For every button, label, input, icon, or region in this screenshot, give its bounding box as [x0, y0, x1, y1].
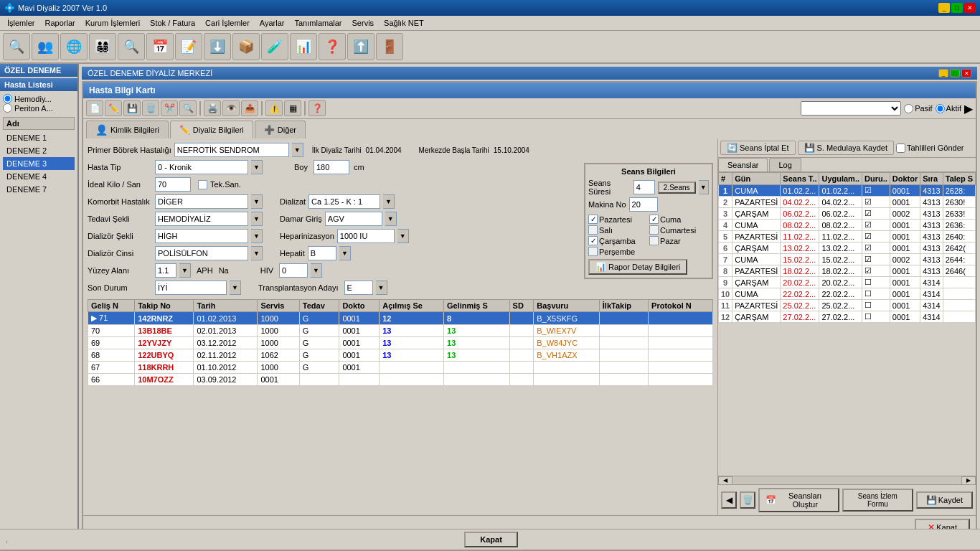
pt-search[interactable]: 🔍 — [179, 100, 197, 116]
damar-input[interactable] — [325, 212, 382, 226]
toolbar-btn-1[interactable]: 🔍 — [3, 33, 30, 60]
patient-deneme1[interactable]: DENEME 1 — [3, 131, 75, 144]
patient-deneme2[interactable]: DENEME 2 — [3, 144, 75, 157]
day-carsamba-checkbox[interactable]: ✓ — [588, 236, 598, 245]
seans-suresi-input[interactable] — [633, 180, 655, 194]
kaydet-btn[interactable]: 💾 Kaydet — [916, 491, 973, 509]
menu-servis[interactable]: Servis — [348, 17, 379, 29]
transplant-input[interactable] — [344, 281, 373, 295]
makina-no-input[interactable] — [629, 197, 658, 212]
tedavi-dropdown[interactable]: ▼ — [251, 212, 263, 226]
toolbar-btn-10[interactable]: 🧪 — [261, 33, 288, 60]
seans-izlem-formu-btn[interactable]: Seans İzlem Formu — [842, 489, 913, 512]
day-pazar[interactable]: Pazar — [649, 236, 709, 245]
radio-periton[interactable]: Periton A... — [3, 103, 75, 113]
maximize-button[interactable]: □ — [951, 3, 963, 13]
pt-edit[interactable]: ✏️ — [105, 100, 122, 116]
seans-tab-log[interactable]: Log — [769, 158, 801, 171]
menu-cari[interactable]: Cari İşlemler — [201, 17, 254, 29]
dializat-dropdown[interactable]: ▼ — [383, 194, 395, 209]
pt-cut[interactable]: ✂️ — [161, 100, 178, 116]
tab-diyaliz[interactable]: ✏️ Diyaliz Bilgileri — [170, 121, 253, 138]
day-sali[interactable]: Salı — [588, 225, 648, 235]
dializat-input[interactable] — [308, 194, 380, 209]
nav-back-btn[interactable]: ◀ — [721, 491, 737, 509]
hasta-tip-dropdown[interactable]: ▼ — [251, 160, 263, 174]
inner-minimize[interactable]: _ — [938, 69, 948, 77]
seans-table-row[interactable]: 1 CUMA 01.02.2... 01.02.2... ☑ 0001 4313… — [719, 185, 976, 197]
dializor-cinsi-input[interactable] — [155, 246, 248, 260]
pt-save[interactable]: 💾 — [123, 100, 141, 116]
pt-print[interactable]: 🖨️ — [204, 100, 221, 116]
kapat-patient-btn[interactable]: ✕ Kapat — [915, 519, 970, 529]
boy-input[interactable] — [314, 160, 349, 174]
table-row[interactable]: 69 12YVJZY 03.12.2012 1000 G 0001 13 13 … — [88, 337, 713, 349]
toolbar-btn-9[interactable]: 📦 — [232, 33, 260, 60]
menu-ayarlar[interactable]: Ayarlar — [255, 17, 289, 29]
toolbar-btn-6[interactable]: 📅 — [146, 33, 174, 60]
son-durum-input[interactable] — [155, 281, 227, 295]
menu-kurum[interactable]: Kurum İşlemleri — [81, 17, 144, 29]
day-pazar-checkbox[interactable] — [649, 236, 659, 245]
seans-table-row[interactable]: 4 CUMA 08.02.2... 08.02.2... ☑ 0001 4313… — [719, 220, 976, 231]
day-carsamba[interactable]: ✓ Çarşamba — [588, 236, 648, 245]
seans-table-row[interactable]: 2 PAZARTESİ 04.02.2... 04.02.2... ☑ 0001… — [719, 197, 976, 208]
day-cuma-checkbox[interactable]: ✓ — [649, 215, 659, 224]
table-row[interactable]: 67 118KRRH 01.10.2012 1000 G 0001 — [88, 362, 713, 374]
inner-maximize[interactable]: □ — [950, 69, 960, 77]
ikinci-seans-btn[interactable]: 2.Seans — [658, 182, 696, 194]
dializor-sekli-dropdown[interactable]: ▼ — [251, 229, 263, 243]
seans-scrollbar[interactable]: ◀ ▶ — [718, 476, 976, 484]
dializor-sekli-input[interactable] — [155, 229, 248, 243]
table-row[interactable]: ▶ 71 142RNRZ 01.02.2013 1000 G 0001 12 8… — [88, 312, 713, 325]
hepatit-dropdown[interactable]: ▼ — [339, 246, 351, 260]
app-close-btn[interactable]: Kapat — [464, 532, 518, 547]
seans-table-row[interactable]: 3 ÇARŞAM 06.02.2... 06.02.2... ☑ 0002 43… — [719, 208, 976, 220]
toolbar-btn-11[interactable]: 📊 — [290, 33, 317, 60]
dializor-cinsi-dropdown[interactable]: ▼ — [251, 246, 263, 260]
hiv-input[interactable] — [279, 263, 308, 278]
seans-table-row[interactable]: 6 ÇARŞAM 13.02.2... 13.02.2... ☑ 0001 43… — [719, 242, 976, 254]
inner-close[interactable]: ✕ — [961, 69, 971, 77]
seans-table-row[interactable]: 10 CUMA 22.02.2... 22.02.2... ☐ 0001 431… — [719, 288, 976, 300]
seans-table-row[interactable]: 7 CUMA 15.02.2... 15.02.2... ☑ 0002 4313… — [719, 254, 976, 265]
komorbit-input[interactable] — [155, 194, 248, 209]
tab-diger[interactable]: ➕ Diğer — [255, 121, 306, 138]
pt-grid[interactable]: ▦ — [284, 100, 301, 116]
seans-iptal-btn[interactable]: 🔄 Seans İptal Et — [720, 141, 796, 155]
close-button[interactable]: ✕ — [964, 3, 976, 13]
toolbar-btn-12[interactable]: ❓ — [319, 33, 346, 60]
tedavi-input[interactable] — [155, 212, 248, 226]
medulaya-kaydet-btn[interactable]: 💾 S. Medulaya Kaydet — [798, 141, 894, 155]
minimize-button[interactable]: _ — [938, 3, 950, 13]
day-cumartesi-checkbox[interactable] — [649, 225, 659, 235]
pt-delete[interactable]: 🗑️ — [142, 100, 159, 116]
toolbar-btn-2[interactable]: 👥 — [32, 33, 59, 60]
day-sali-checkbox[interactable] — [588, 225, 598, 235]
menu-islemler[interactable]: İşlemler — [3, 17, 39, 29]
patient-deneme4[interactable]: DENEME 4 — [3, 170, 75, 183]
heparinizasyon-input[interactable] — [337, 229, 395, 243]
seans-tab-seanslar[interactable]: Seanslar — [718, 158, 768, 171]
ideal-kilo-input[interactable] — [155, 177, 191, 192]
menu-raporlar[interactable]: Raporlar — [41, 17, 80, 29]
status-dropdown[interactable] — [801, 101, 901, 116]
scroll-right[interactable]: ▶ — [961, 476, 976, 485]
table-row[interactable]: 70 13B18BE 02.01.2013 1000 G 0001 13 13 … — [88, 325, 713, 337]
seans-table-row[interactable]: 5 PAZARTESİ 11.02.2... 11.02.2... ☑ 0001… — [719, 231, 976, 242]
play-button[interactable]: ▶ — [964, 102, 973, 116]
aktif-radio[interactable] — [936, 104, 945, 113]
scroll-left[interactable]: ◀ — [718, 476, 732, 485]
seans-table-row[interactable]: 9 ÇARŞAM 20.02.2... 20.02.2... ☐ 0001 43… — [719, 277, 976, 288]
yuzey-dd1[interactable]: ▼ — [179, 263, 191, 278]
patient-deneme3[interactable]: DENEME 3 — [3, 157, 75, 170]
transplant-dropdown[interactable]: ▼ — [376, 281, 387, 295]
seans-table-row[interactable]: 12 ÇARŞAM 27.02.2... 27.02.2... ☐ 0001 4… — [719, 311, 976, 323]
menu-tanimlama[interactable]: Tanımlamalar — [290, 17, 346, 29]
table-row[interactable]: 66 10M7OZZ 03.09.2012 0001 — [88, 374, 713, 386]
toolbar-btn-14[interactable]: 🚪 — [376, 33, 403, 60]
pt-help[interactable]: ❓ — [308, 100, 326, 116]
patient-deneme7[interactable]: DENEME 7 — [3, 183, 75, 196]
hasta-tip-input[interactable] — [155, 160, 248, 174]
day-persembe-checkbox[interactable] — [588, 247, 598, 256]
